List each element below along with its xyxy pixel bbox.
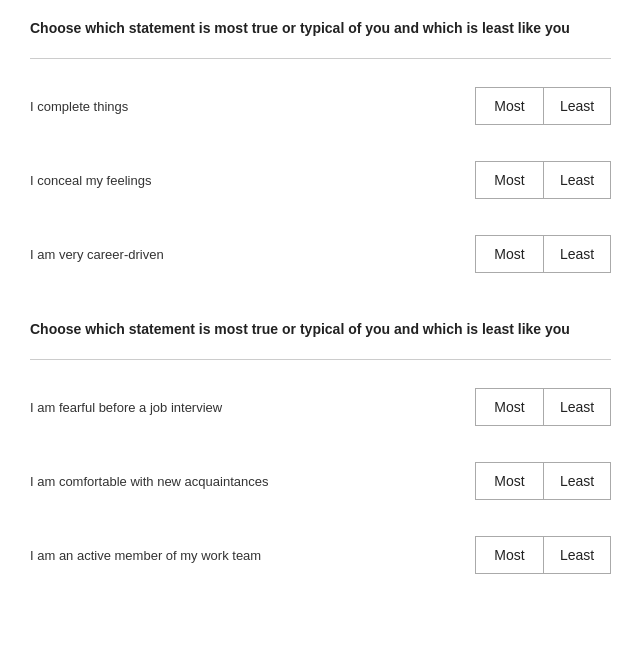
question-text-5: I am comfortable with new acquaintances xyxy=(30,474,475,489)
least-button-5[interactable]: Least xyxy=(543,462,611,500)
table-row: I conceal my feelings Most Least xyxy=(30,143,611,217)
button-group-5: Most Least xyxy=(475,462,611,500)
least-button-4[interactable]: Least xyxy=(543,388,611,426)
button-group-2: Most Least xyxy=(475,161,611,199)
button-group-3: Most Least xyxy=(475,235,611,273)
question-text-6: I am an active member of my work team xyxy=(30,548,475,563)
button-group-1: Most Least xyxy=(475,87,611,125)
question-group-1: I complete things Most Least I conceal m… xyxy=(0,59,641,301)
least-button-2[interactable]: Least xyxy=(543,161,611,199)
question-text-2: I conceal my feelings xyxy=(30,173,475,188)
most-button-1[interactable]: Most xyxy=(475,87,543,125)
most-button-4[interactable]: Most xyxy=(475,388,543,426)
most-button-5[interactable]: Most xyxy=(475,462,543,500)
question-text-1: I complete things xyxy=(30,99,475,114)
table-row: I complete things Most Least xyxy=(30,69,611,143)
least-button-1[interactable]: Least xyxy=(543,87,611,125)
table-row: I am fearful before a job interview Most… xyxy=(30,370,611,444)
least-button-3[interactable]: Least xyxy=(543,235,611,273)
question-text-4: I am fearful before a job interview xyxy=(30,400,475,415)
section-1: Choose which statement is most true or t… xyxy=(0,0,641,58)
button-group-6: Most Least xyxy=(475,536,611,574)
most-button-3[interactable]: Most xyxy=(475,235,543,273)
section-2-title: Choose which statement is most true or t… xyxy=(30,321,611,337)
question-group-2: I am fearful before a job interview Most… xyxy=(0,360,641,602)
question-text-3: I am very career-driven xyxy=(30,247,475,262)
section-2: Choose which statement is most true or t… xyxy=(0,301,641,359)
least-button-6[interactable]: Least xyxy=(543,536,611,574)
most-button-6[interactable]: Most xyxy=(475,536,543,574)
section-1-title: Choose which statement is most true or t… xyxy=(30,20,611,36)
table-row: I am comfortable with new acquaintances … xyxy=(30,444,611,518)
table-row: I am an active member of my work team Mo… xyxy=(30,518,611,592)
button-group-4: Most Least xyxy=(475,388,611,426)
most-button-2[interactable]: Most xyxy=(475,161,543,199)
table-row: I am very career-driven Most Least xyxy=(30,217,611,291)
